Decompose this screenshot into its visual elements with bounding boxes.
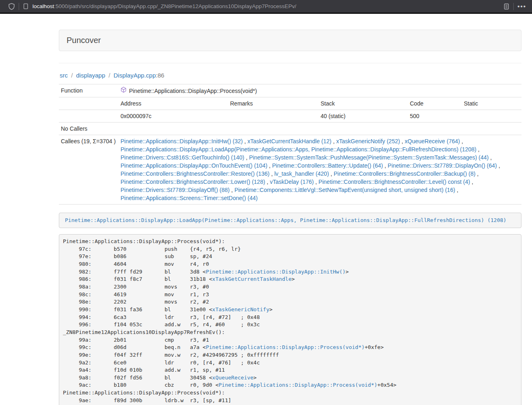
col-header-static: Static [462,97,521,110]
function-name: Pinetime::Applications::DisplayApp::Proc… [129,87,257,95]
callee-link[interactable]: Pinetime::Applications::DisplayApp::OnTo… [121,162,267,169]
callee-link[interactable]: Pinetime::Applications::Screens::Timer::… [121,195,258,201]
callee-link[interactable]: Pinetime::Controllers::BrightnessControl… [334,170,475,177]
page-icon[interactable] [23,3,29,10]
callee-separator: , [267,162,272,169]
callee-link[interactable]: Pinetime::System::SystemTask::PushMessag… [249,154,489,161]
breadcrumb-separator: / [105,72,114,79]
toolbar-separator [513,3,514,10]
callee-separator: , [489,154,492,161]
col-header-remarks: Remarks [228,97,319,110]
col-header-address: Address [118,97,228,110]
callee-link[interactable]: xTaskGenericNotify (252) [336,138,400,144]
callee-link[interactable]: Pinetime::Controllers::BrightnessControl… [121,170,269,177]
callee-separator: , [230,187,235,193]
callee-link[interactable]: Pinetime::Drivers::Cst816S::GetTouchInfo… [121,154,244,161]
url-bar[interactable]: localhost:5000/path/src/displayapp/Displ… [32,3,503,9]
callee-separator: , [476,170,479,177]
divider [59,63,521,63]
disassembly-symbol-link[interactable]: xTaskGenericNotify [212,306,269,312]
browser-toolbar: localhost:5000/path/src/displayapp/Displ… [0,0,532,14]
disassembly-symbol-link[interactable]: Pinetime::Applications::DisplayApp::Proc… [206,344,364,350]
stats-value-row: 0x0000097c 40 (static) 500 [59,110,521,123]
breadcrumb-separator: / [68,72,76,79]
callees-label: Callees (19, Σ=3704 ) [59,135,118,205]
stack-value: 40 (static) [319,110,408,123]
url-path: :5000/path/src/displayapp/DisplayApp.cpp… [54,3,296,9]
callee-link[interactable]: Pinetime::Controllers::BrightnessControl… [121,179,265,185]
breadcrumb: src / displayapp / DisplayApp.cpp:86 [60,72,521,79]
callee-separator: , [265,179,270,185]
toolbar-separator [19,3,19,10]
callee-separator: , [455,187,459,193]
col-header-code: Code [408,97,462,110]
callee-link[interactable]: Pinetime::Controllers::BrightnessControl… [319,179,470,185]
highlighted-callee-box: Pinetime::Applications::DisplayApp::Load… [59,213,521,228]
callee-separator: , [476,146,480,153]
function-row-label: Function [59,84,118,97]
static-value [462,110,521,123]
code-value: 500 [408,110,462,123]
page-title: Puncover [67,36,101,45]
callees-list: Pinetime::Applications::DisplayApp::Init… [118,135,521,205]
app-title-panel: Puncover [59,30,521,51]
callee-link[interactable]: Pinetime::Controllers::Battery::Update()… [272,162,383,169]
breadcrumb-link[interactable]: src [60,72,68,79]
disassembly-symbol-link[interactable]: xQueueReceive [212,375,254,381]
callee-separator: , [243,138,248,144]
reader-view-icon[interactable] [503,3,510,10]
callee-separator: , [383,162,388,169]
callees-row: Callees (19, Σ=3704 ) Pinetime::Applicat… [59,135,521,205]
stats-header-row: Address Remarks Stack Code Static [59,97,521,110]
page-content: Puncover src / displayapp / DisplayApp.c… [59,30,521,405]
disassembly-symbol-link[interactable]: xTaskGetCurrentTaskHandle [212,276,292,282]
address-value: 0x0000097c [118,110,228,123]
breadcrumb-line-number: :86 [156,72,164,79]
callee-separator: , [269,170,274,177]
highlighted-callee-link[interactable]: Pinetime::Applications::DisplayApp::Load… [65,217,506,223]
col-header-stack: Stack [319,97,408,110]
callee-separator: , [329,170,334,177]
menu-dots-icon[interactable]: ••• [517,3,526,9]
callee-separator: , [400,138,405,144]
callee-link[interactable]: lv_task_handler (420) [274,170,329,177]
disassembly-symbol-link[interactable]: Pinetime::Applications::DisplayApp::Init… [206,269,345,275]
breadcrumb-link[interactable]: displayapp [76,72,106,79]
callee-link[interactable]: vTaskDelay (176) [270,179,314,185]
callee-separator: , [314,179,319,185]
callee-separator: , [497,162,500,169]
callee-link[interactable]: xQueueReceive (764) [405,138,460,144]
symbol-cube-icon [121,86,127,95]
function-info-table: Function Pinetime::Applications::Display… [59,84,521,205]
callee-link[interactable]: Pinetime::Drivers::St7789::DisplayOff() … [121,187,230,193]
callee-separator: , [470,179,473,185]
disassembly-block: Pinetime::Applications::DisplayApp::Proc… [59,234,521,405]
remarks-value [228,110,319,123]
callee-link[interactable]: Pinetime::Applications::DisplayApp::Load… [121,146,476,153]
callee-link[interactable]: Pinetime::Components::LittleVgl::SetNewT… [235,187,455,193]
callee-separator: , [460,138,463,144]
disassembly-symbol-link[interactable]: Pinetime::Applications::DisplayApp::Proc… [219,382,377,388]
no-callers-row: No Callers [59,123,521,135]
callee-link[interactable]: xTaskGetCurrentTaskHandle (12) [248,138,332,144]
callee-link[interactable]: Pinetime::Applications::DisplayApp::Init… [121,138,243,144]
shield-icon[interactable] [8,3,15,10]
callee-link[interactable]: Pinetime::Drivers::St7789::DisplayOn() (… [388,162,497,169]
callee-separator: , [332,138,336,144]
callee-separator: , [244,154,249,161]
function-row: Function Pinetime::Applications::Display… [59,84,521,97]
breadcrumb-link[interactable]: DisplayApp.cpp [114,72,156,79]
url-host: localhost [32,3,54,9]
no-callers-label: No Callers [59,123,118,135]
